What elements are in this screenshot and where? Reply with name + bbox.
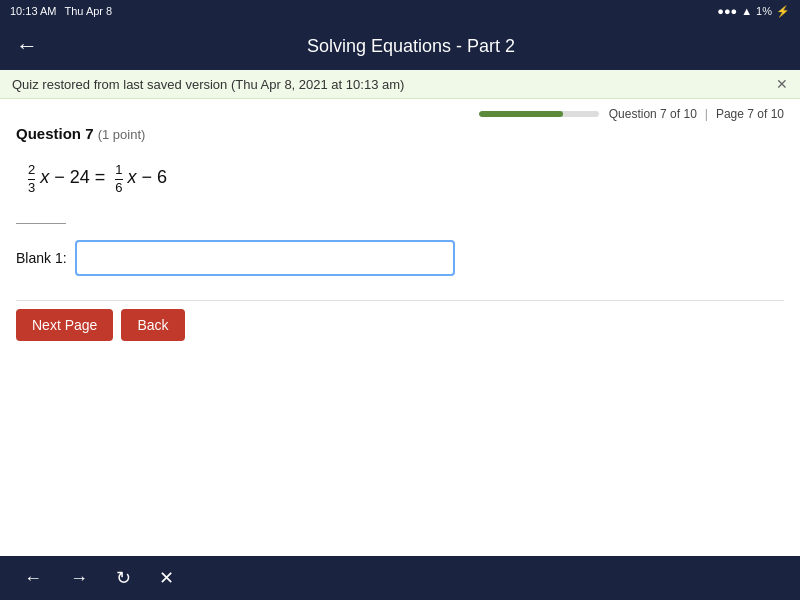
header: ← Solving Equations - Part 2 xyxy=(0,22,800,70)
notification-close-button[interactable]: ✕ xyxy=(776,76,788,92)
button-row: Next Page Back xyxy=(16,309,784,341)
page-count-text: Page 7 of 10 xyxy=(716,107,784,121)
wifi-icon: ▲ xyxy=(741,5,752,17)
main-content: Question 7 of 10 | Page 7 of 10 Question… xyxy=(0,99,800,556)
back-button[interactable]: ← xyxy=(16,35,38,57)
blank-input[interactable] xyxy=(75,240,455,276)
battery-text: 1% xyxy=(756,5,772,17)
content-separator xyxy=(16,300,784,301)
fraction-1: 2 3 xyxy=(28,162,35,195)
notification-bar: Quiz restored from last saved version (T… xyxy=(0,70,800,99)
progress-bar-container xyxy=(479,111,599,117)
question-label: Question 7 xyxy=(16,125,94,142)
nav-forward-button[interactable]: → xyxy=(66,564,92,593)
nav-close-button[interactable]: ✕ xyxy=(155,563,178,593)
question-count-text: Question 7 of 10 xyxy=(609,107,697,121)
bottom-nav-bar: ← → ↻ ✕ xyxy=(0,556,800,600)
back-icon: ← xyxy=(16,33,38,58)
math-equation: 2 3 x − 24 = 1 6 x − 6 xyxy=(28,167,167,187)
status-bar-left: 10:13 AM Thu Apr 8 xyxy=(10,5,112,17)
status-date: Thu Apr 8 xyxy=(64,5,112,17)
battery-icon: ⚡ xyxy=(776,5,790,18)
question-points: (1 point) xyxy=(98,127,146,142)
fraction-2: 1 6 xyxy=(115,162,122,195)
equation-divider xyxy=(16,223,66,224)
progress-bar-fill xyxy=(479,111,563,117)
signal-icon: ●●● xyxy=(717,5,737,17)
blank-row: Blank 1: xyxy=(16,240,784,276)
notification-message: Quiz restored from last saved version (T… xyxy=(12,77,404,92)
question-header: Question 7 (1 point) xyxy=(16,125,784,142)
status-time: 10:13 AM xyxy=(10,5,56,17)
nav-back-button[interactable]: ← xyxy=(20,564,46,593)
equation-area: 2 3 x − 24 = 1 6 x − 6 xyxy=(28,162,784,195)
next-page-button[interactable]: Next Page xyxy=(16,309,113,341)
question-info-row: Question 7 of 10 | Page 7 of 10 xyxy=(16,107,784,121)
header-title: Solving Equations - Part 2 xyxy=(38,36,784,57)
status-bar-right: ●●● ▲ 1% ⚡ xyxy=(717,5,790,18)
info-divider: | xyxy=(705,107,708,121)
nav-reload-button[interactable]: ↻ xyxy=(112,563,135,593)
status-bar: 10:13 AM Thu Apr 8 ●●● ▲ 1% ⚡ xyxy=(0,0,800,22)
back-button-bottom[interactable]: Back xyxy=(121,309,184,341)
blank-label: Blank 1: xyxy=(16,250,67,266)
